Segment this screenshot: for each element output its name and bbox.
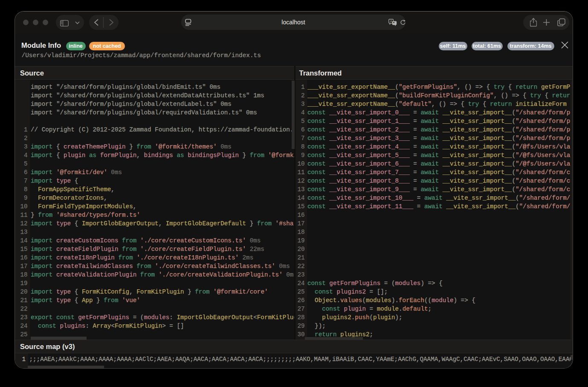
svg-text:*: *	[393, 21, 395, 25]
svg-text:A: A	[390, 19, 393, 23]
